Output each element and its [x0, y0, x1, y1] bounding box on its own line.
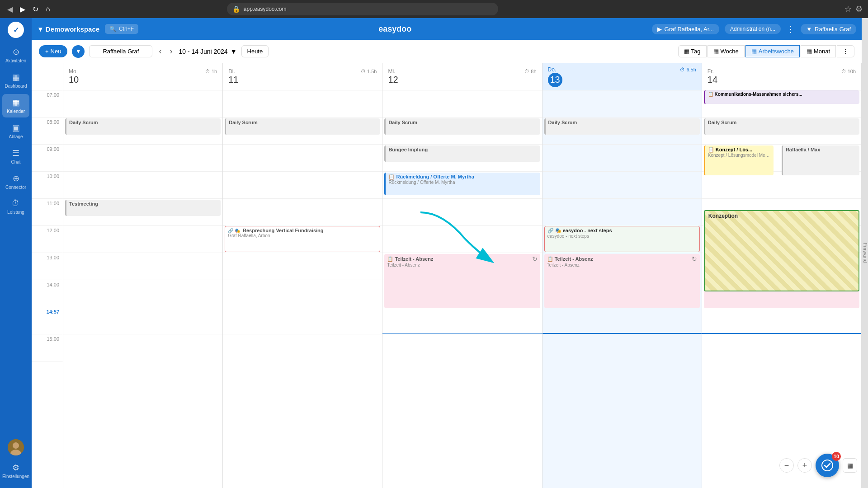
today-button[interactable]: Heute: [241, 45, 269, 57]
day-name-thu: Do.: [548, 66, 557, 73]
day-col-tue[interactable]: Daily Scrum 🔗 🎭 Besprechung Vertical Fun…: [223, 90, 382, 488]
workspace-button[interactable]: ▼ Demoworkspace: [37, 25, 99, 33]
event-wed-daily-scrum[interactable]: Daily Scrum: [384, 118, 540, 135]
day-col-mon[interactable]: Daily Scrum Testmeeting: [63, 90, 223, 488]
event-fri-raffaella-max[interactable]: Raffaella / Max: [782, 145, 859, 175]
event-title: 🔗 🎭 easydoo - next steps: [547, 228, 697, 234]
event-thu-daily-scrum[interactable]: Daily Scrum: [544, 118, 700, 135]
app-logo[interactable]: ✓: [8, 22, 24, 38]
sidebar-item-label: Aktivitäten: [5, 58, 26, 63]
sidebar-item-kalender[interactable]: ▦ Kalender: [2, 94, 29, 117]
sidebar-item-aktivitaten[interactable]: ⊙ Aktivitäten: [2, 43, 29, 67]
event-fri-daily-scrum[interactable]: Daily Scrum: [704, 118, 859, 135]
event-tue-besprechung[interactable]: 🔗 🎭 Besprechung Vertical Fundraising Gra…: [225, 226, 380, 252]
sidebar-item-dashboard[interactable]: ▦ Dashboard: [2, 69, 29, 92]
event-fri-kommunikations[interactable]: 📋 Kommunikations-Massnahmen sichers...: [704, 90, 859, 104]
avatar[interactable]: [8, 439, 24, 455]
event-title: Testmeeting: [69, 201, 218, 206]
hour-row-mon-15: [63, 307, 222, 334]
browser-chrome: ◀ ▶ ↻ ⌂ 🔒 app.easydoo.com ☆ ⚙: [0, 0, 868, 18]
event-fri-konzept-small[interactable]: 📋 Konzept / Lös... Konzept / Lösungsmode…: [704, 145, 774, 175]
prev-week-button[interactable]: ‹: [157, 45, 163, 58]
view-arbeitswoche-button[interactable]: ▦ Arbeitswoche: [745, 45, 800, 57]
tag-icon: ▦: [684, 48, 689, 55]
event-title: Raffaella / Max: [786, 147, 857, 152]
event-wed-teilzeit[interactable]: 📋 Teilzeit - Absenz ↻ Teilzeit - Absenz: [384, 254, 540, 308]
time-col-header: [32, 63, 63, 90]
hour-row-mon-10: [63, 172, 222, 199]
user-filter-text: Raffaella Graf: [103, 48, 139, 55]
event-mon-daily-scrum[interactable]: Daily Scrum: [65, 118, 221, 135]
view-buttons: ▦ Tag ▦ Woche ▦ Arbeitswoche ▦ Monat ⋮: [678, 45, 854, 57]
konzeption-overlay[interactable]: Konzeption: [704, 210, 859, 291]
event-title: 🔗 🎭 Besprechung Vertical Fundraising: [228, 228, 377, 233]
fab-grid-button[interactable]: ▦: [843, 458, 857, 473]
sidebar-item-chat[interactable]: ☰ Chat: [2, 145, 29, 168]
reload-button[interactable]: ↻: [31, 3, 40, 15]
svg-point-4: [822, 460, 833, 471]
user-profile-chip[interactable]: ▼ Raffaella Graf: [801, 24, 856, 34]
user-filter-chip[interactable]: Raffaella Graf: [89, 45, 152, 57]
app-header: ▼ Demoworkspace 🔍 Ctrl+F easydoo ▶ Graf …: [32, 18, 862, 40]
view-woche-label: Woche: [721, 48, 739, 55]
app-title: easydoo: [144, 24, 646, 34]
new-caret-button[interactable]: ▼: [72, 45, 85, 58]
day-header-wed: Mi. ⏱ 8h 12: [382, 63, 542, 90]
star-icon[interactable]: ☆: [844, 4, 852, 14]
check-icon: [821, 459, 834, 472]
address-bar[interactable]: 🔒 app.easydoo.com: [227, 3, 498, 15]
event-thu-teilzeit[interactable]: 📋 Teilzeit - Absenz ↻ Teilzeit - Absenz: [544, 254, 700, 308]
new-button[interactable]: + Neu: [39, 45, 67, 57]
browser-icons: ☆ ⚙: [844, 4, 863, 14]
event-wed-ruckmeldung[interactable]: 📋 Rückmeldung / Offerte M. Myrtha Rückme…: [384, 173, 540, 195]
search-bar[interactable]: 🔍 Ctrl+F: [105, 24, 138, 34]
back-button[interactable]: ◀: [5, 3, 14, 15]
profile-video-chip[interactable]: ▶ Graf Raffaella, Ar...: [652, 24, 720, 34]
event-title: 📋 Teilzeit - Absenz: [547, 256, 593, 262]
day-hours-fri: ⏱ 10h: [841, 69, 856, 74]
chat-icon: ☰: [12, 148, 19, 158]
sidebar-item-leistung[interactable]: ⏱ Leistung: [2, 195, 29, 218]
day-num-fri: 14: [708, 75, 856, 85]
event-sub: Teilzeit - Absenz: [387, 263, 537, 267]
event-mon-testmeeting[interactable]: Testmeeting: [65, 200, 221, 216]
event-title: Daily Scrum: [229, 120, 377, 125]
hour-row-thu-15: [542, 307, 702, 334]
event-tue-daily-scrum[interactable]: Daily Scrum: [225, 118, 380, 135]
sidebar-item-label: Kalender: [7, 109, 25, 114]
extensions-icon[interactable]: ⚙: [855, 4, 863, 14]
time-column: 07:00 08:00 09:00 10:00 11:00 12:00 13:0…: [32, 63, 63, 488]
fab-check-button[interactable]: 10: [816, 454, 839, 477]
view-woche-button[interactable]: ▦ Woche: [708, 45, 745, 57]
event-wed-bungee[interactable]: Bungee Impfung: [384, 145, 540, 162]
hour-row-mon-13: [63, 253, 222, 280]
sidebar-item-einstellungen[interactable]: ⚙ Einstellungen: [2, 459, 29, 483]
date-range[interactable]: 10 - 14 Juni 2024 ▼: [179, 48, 236, 55]
zoom-out-button[interactable]: −: [779, 458, 794, 473]
home-button[interactable]: ⌂: [44, 3, 52, 15]
more-views-button[interactable]: ⋮: [837, 45, 854, 57]
forward-button[interactable]: ▶: [18, 3, 27, 15]
event-thu-easydoo[interactable]: 🔗 🎭 easydoo - next steps easydoo - next …: [544, 226, 700, 252]
event-sub: easydoo - next steps: [547, 234, 697, 239]
current-time-line-thu: [542, 333, 702, 334]
day-col-thu[interactable]: Daily Scrum 🔗 🎭 easydoo - next steps eas…: [542, 90, 702, 488]
search-icon: 🔍: [109, 26, 116, 32]
pinwand-tab[interactable]: Pinwand: [862, 18, 868, 488]
hour-row-fri-10: [702, 172, 861, 199]
more-options-icon[interactable]: ⋮: [786, 23, 795, 34]
view-monat-button[interactable]: ▦ Monat: [801, 45, 836, 57]
next-week-button[interactable]: ›: [168, 45, 174, 58]
hour-row-thu-9: [542, 145, 702, 172]
hour-row-tue-14: [223, 280, 382, 307]
admin-chip[interactable]: Administration (n...: [725, 24, 781, 34]
day-col-fri[interactable]: 📋 Kommunikations-Massnahmen sichers... D…: [702, 90, 862, 488]
view-tag-button[interactable]: ▦ Tag: [678, 45, 707, 57]
zoom-in-button[interactable]: +: [797, 458, 812, 473]
sidebar-item-ablage[interactable]: ▣ Ablage: [2, 119, 29, 143]
hour-row-fri-15: [702, 307, 861, 334]
pinwand-label: Pinwand: [863, 243, 868, 263]
day-col-wed[interactable]: Daily Scrum Bungee Impfung 📋 Rückmeldung…: [382, 90, 542, 488]
day-hours-tue: ⏱ 1.5h: [361, 69, 377, 74]
sidebar-item-connector[interactable]: ⊕ Connector: [2, 170, 29, 193]
